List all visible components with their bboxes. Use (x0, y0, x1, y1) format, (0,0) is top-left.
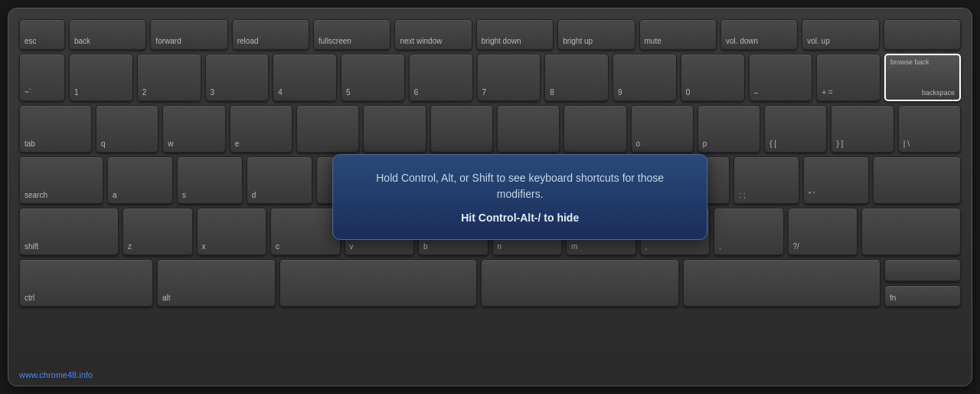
key-q[interactable]: q (96, 105, 158, 153)
key-3[interactable]: 3 (205, 54, 270, 101)
key-vol-down[interactable]: vol. down (720, 19, 798, 50)
key-tab[interactable]: tab (19, 105, 92, 153)
key-u[interactable] (497, 105, 560, 153)
key-t[interactable] (363, 105, 426, 153)
key-backspace[interactable]: browse back backspace (884, 54, 961, 101)
key-bright-down[interactable]: bright down (476, 19, 554, 50)
key-e[interactable]: e (230, 105, 292, 153)
key-quote[interactable]: " ' (803, 156, 869, 204)
key-arrow-up[interactable] (884, 259, 961, 281)
key-d[interactable]: d (247, 156, 312, 204)
key-w[interactable]: w (162, 105, 225, 153)
key-8[interactable]: 8 (544, 54, 609, 101)
key-period[interactable]: . (714, 208, 784, 255)
key-search[interactable]: search (19, 156, 103, 204)
key-4[interactable]: 4 (273, 54, 337, 101)
key-vol-up[interactable]: vol. up (802, 19, 879, 50)
key-i[interactable] (564, 105, 626, 153)
key-2[interactable]: 2 (137, 54, 201, 101)
key-ctrl[interactable]: ctrl (19, 259, 153, 307)
key-6[interactable]: 6 (409, 54, 473, 101)
key-0[interactable]: 0 (681, 54, 745, 101)
key-7[interactable]: 7 (477, 54, 541, 101)
key-shift-right[interactable] (861, 208, 961, 255)
bottom-row: ctrl alt fn (19, 259, 961, 307)
key-r[interactable] (296, 105, 359, 153)
key-close-bracket[interactable]: } ] (831, 105, 893, 153)
key-o[interactable]: o (631, 105, 694, 153)
fn-row: esc back forward reload fullscreen next … (19, 19, 961, 50)
key-1[interactable]: 1 (69, 54, 133, 101)
key-power[interactable] (884, 19, 961, 50)
key-space3[interactable] (683, 259, 880, 307)
num-row: ~` 1 2 3 4 5 6 7 8 9 0 – (19, 54, 961, 101)
tab-row: tab q w e o p { [ (19, 105, 961, 153)
key-open-bracket[interactable]: { [ (764, 105, 827, 153)
key-reload[interactable]: reload (232, 19, 309, 50)
key-bright-up[interactable]: bright up (557, 19, 635, 50)
key-mute[interactable]: mute (639, 19, 717, 50)
key-space2[interactable] (481, 259, 678, 307)
key-z[interactable]: z (122, 208, 193, 255)
tooltip-shortcut-text: Hit Control-Alt-/ to hide (356, 212, 684, 224)
key-dash[interactable]: – (749, 54, 813, 101)
key-y[interactable] (430, 105, 493, 153)
key-p[interactable]: p (697, 105, 760, 153)
key-return[interactable] (873, 156, 961, 204)
key-next-window[interactable]: next window (394, 19, 472, 50)
key-x[interactable]: x (197, 208, 267, 255)
key-shift-left[interactable]: shift (19, 208, 119, 255)
key-c[interactable]: c (270, 208, 341, 255)
key-esc[interactable]: esc (19, 19, 65, 50)
key-s[interactable]: s (177, 156, 243, 204)
key-back[interactable]: back (69, 19, 146, 50)
keyboard-tooltip: Hold Control, Alt, or Shift to see keybo… (332, 154, 707, 240)
website-link[interactable]: www.chrome48.info (19, 370, 93, 379)
key-space[interactable] (279, 259, 477, 307)
key-a[interactable]: a (107, 156, 173, 204)
key-tilde[interactable]: ~` (19, 54, 65, 101)
key-semicolon[interactable]: : ; (733, 156, 799, 204)
key-equals[interactable]: + = (816, 54, 880, 101)
key-5[interactable]: 5 (341, 54, 405, 101)
tooltip-main-text: Hold Control, Alt, or Shift to see keybo… (356, 170, 684, 202)
key-fullscreen[interactable]: fullscreen (313, 19, 390, 50)
key-9[interactable]: 9 (612, 54, 677, 101)
key-backslash[interactable]: | \ (898, 105, 961, 153)
key-alt[interactable]: alt (157, 259, 276, 307)
key-slash[interactable]: ?/ (788, 208, 858, 255)
key-forward[interactable]: forward (150, 19, 227, 50)
key-fn[interactable]: fn (884, 285, 961, 307)
keyboard-container: esc back forward reload fullscreen next … (8, 8, 972, 386)
